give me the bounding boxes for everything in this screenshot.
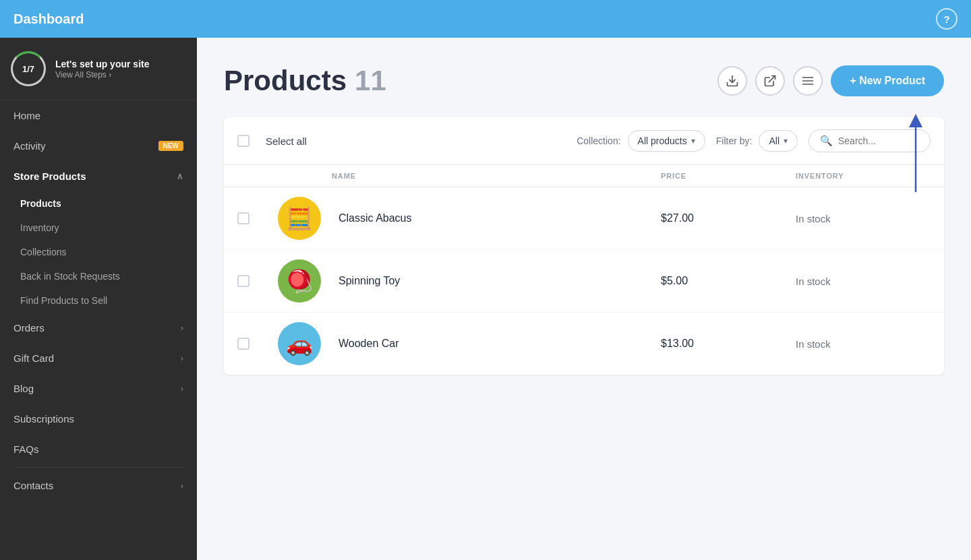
sidebar-item-collections[interactable]: Collections — [0, 240, 197, 264]
sidebar-item-inventory[interactable]: Inventory — [0, 216, 197, 240]
sidebar-item-faqs[interactable]: FAQs — [0, 434, 197, 464]
layout: 1/7 Let's set up your site View All Step… — [0, 38, 971, 560]
filter-by-select[interactable]: All ▾ — [759, 130, 798, 152]
nav-divider — [13, 467, 183, 468]
filter-bar: Select all Collection: All products ▾ Fi… — [224, 117, 944, 165]
sidebar-item-home-label: Home — [13, 110, 40, 121]
page-title: Products 11 — [224, 65, 386, 97]
row-checkbox-3[interactable] — [237, 338, 249, 350]
product-name-3: Wooden Car — [332, 338, 661, 350]
main-content: Products 11 — [197, 38, 971, 560]
export-button[interactable] — [755, 66, 785, 96]
settings-button[interactable] — [793, 66, 823, 96]
col-header-inventory: INVENTORY — [796, 172, 931, 180]
setup-link[interactable]: View All Steps › — [55, 70, 149, 80]
setup-title: Let's set up your site — [55, 58, 149, 70]
sidebar-item-collections-label: Collections — [20, 247, 66, 257]
setup-progress-label: 1/7 — [22, 64, 34, 74]
row-checkbox-2[interactable] — [237, 275, 249, 287]
product-inventory-1: In stock — [796, 213, 931, 224]
sidebar-item-subscriptions[interactable]: Subscriptions — [0, 404, 197, 434]
sidebar-item-find-products[interactable]: Find Products to Sell — [0, 288, 197, 313]
products-table: Select all Collection: All products ▾ Fi… — [224, 117, 944, 375]
search-input[interactable] — [838, 135, 919, 146]
new-product-button[interactable]: + New Product — [831, 65, 944, 96]
setup-progress-circle: 1/7 — [11, 51, 46, 86]
product-name-1: Classic Abacus — [332, 212, 661, 224]
filter-by-label: Filter by: — [716, 135, 753, 146]
header-actions: + New Product — [717, 65, 944, 96]
blog-chevron-icon: › — [181, 383, 183, 394]
sidebar-item-subscriptions-label: Subscriptions — [13, 413, 74, 425]
product-image-3: 🚗 — [278, 322, 321, 365]
filter-by-value: All — [769, 135, 779, 146]
sidebar-item-products[interactable]: Products — [0, 191, 197, 216]
page-header: Products 11 — [224, 65, 944, 97]
setup-card: 1/7 Let's set up your site View All Step… — [0, 38, 197, 100]
column-headers: NAME PRICE INVENTORY — [224, 165, 944, 187]
select-all-checkbox[interactable] — [237, 135, 249, 147]
sidebar-item-inventory-label: Inventory — [20, 222, 59, 233]
sidebar-item-home[interactable]: Home — [0, 100, 197, 131]
page-title-text: Products — [224, 65, 347, 97]
product-inventory-2: In stock — [796, 276, 931, 287]
gift-card-chevron-icon: › — [181, 353, 183, 363]
sidebar-item-faqs-label: FAQs — [13, 443, 39, 455]
sidebar-item-activity[interactable]: Activity NEW — [0, 131, 197, 161]
sidebar-item-orders[interactable]: Orders › — [0, 313, 197, 343]
activity-badge: NEW — [158, 141, 183, 151]
search-icon: 🔍 — [820, 135, 833, 147]
col-header-price: PRICE — [661, 172, 796, 180]
orders-chevron-icon: › — [181, 323, 183, 333]
sidebar-item-contacts[interactable]: Contacts › — [0, 470, 197, 501]
sidebar-item-find-products-label: Find Products to Sell — [20, 295, 107, 306]
contacts-chevron-icon: › — [181, 480, 183, 491]
topbar-title: Dashboard — [13, 11, 84, 27]
sidebar-item-orders-label: Orders — [13, 322, 45, 334]
filter-by-chevron-icon: ▾ — [784, 136, 788, 146]
product-price-1: $27.00 — [661, 212, 796, 224]
product-name-2: Spinning Toy — [332, 275, 661, 287]
sidebar-item-blog-label: Blog — [13, 383, 34, 394]
store-products-section[interactable]: Store Products ∧ — [0, 161, 197, 191]
collection-label: Collection: — [577, 135, 620, 146]
sidebar-item-gift-card-label: Gift Card — [13, 352, 54, 364]
collection-chevron-icon: ▾ — [691, 136, 695, 146]
help-button[interactable]: ? — [936, 8, 958, 30]
sidebar-item-back-in-stock[interactable]: Back in Stock Requests — [0, 264, 197, 288]
sidebar-item-gift-card[interactable]: Gift Card › — [0, 343, 197, 373]
svg-line-1 — [769, 76, 775, 82]
sidebar-item-back-in-stock-label: Back in Stock Requests — [20, 271, 120, 282]
sidebar-item-blog[interactable]: Blog › — [0, 373, 197, 404]
store-products-chevron-icon: ∧ — [177, 171, 183, 181]
product-price-2: $5.00 — [661, 275, 796, 287]
setup-info: Let's set up your site View All Steps › — [55, 58, 149, 80]
select-all-label: Select all — [266, 135, 307, 147]
filter-by-group: Filter by: All ▾ — [716, 130, 798, 152]
store-products-label: Store Products — [13, 170, 86, 182]
table-row[interactable]: 🪀 Spinning Toy $5.00 In stock — [224, 250, 944, 313]
sidebar-item-contacts-label: Contacts — [13, 480, 53, 491]
collection-value: All products — [638, 135, 687, 146]
collection-select[interactable]: All products ▾ — [628, 130, 705, 152]
import-button[interactable] — [717, 66, 747, 96]
filter-group: Collection: All products ▾ — [577, 130, 705, 152]
search-box[interactable]: 🔍 — [808, 129, 931, 152]
table-row[interactable]: 🧮 Classic Abacus $27.00 In stock — [224, 187, 944, 250]
sidebar-item-activity-label: Activity — [13, 140, 46, 152]
col-header-name: NAME — [332, 172, 661, 180]
sidebar: 1/7 Let's set up your site View All Step… — [0, 38, 197, 560]
product-price-3: $13.00 — [661, 338, 796, 350]
row-checkbox-1[interactable] — [237, 212, 249, 224]
sidebar-item-products-label: Products — [20, 198, 61, 209]
page-title-count: 11 — [355, 65, 386, 97]
table-row[interactable]: 🚗 Wooden Car $13.00 In stock — [224, 313, 944, 375]
product-image-2: 🪀 — [278, 259, 321, 303]
product-image-1: 🧮 — [278, 197, 321, 240]
topbar: Dashboard ? — [0, 0, 971, 38]
product-inventory-3: In stock — [796, 338, 931, 350]
